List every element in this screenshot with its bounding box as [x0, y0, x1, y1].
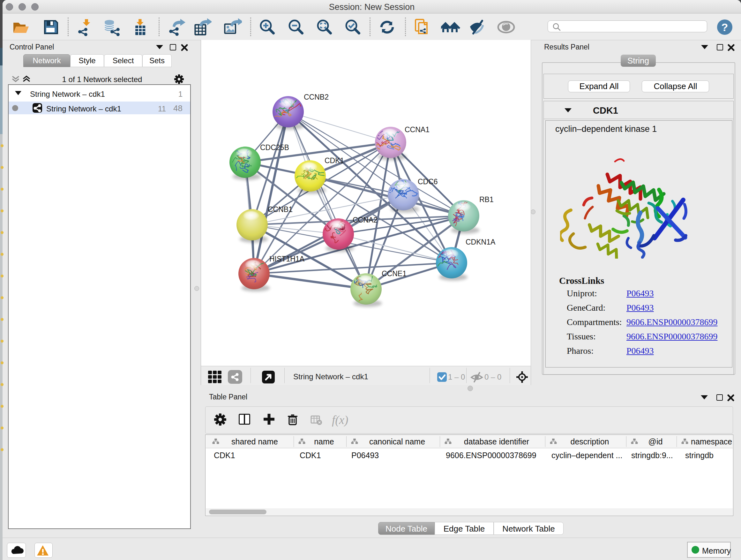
svg-text:CDC6: CDC6	[418, 178, 438, 186]
svg-text:CCNE1: CCNE1	[382, 269, 407, 278]
svg-text:CCNA1: CCNA1	[405, 125, 429, 134]
svg-text:CCNA2: CCNA2	[353, 216, 378, 224]
svg-text:HIST1H1A: HIST1H1A	[269, 255, 305, 263]
svg-text:CDKN1A: CDKN1A	[466, 238, 495, 246]
svg-text:CCNB1: CCNB1	[268, 205, 293, 213]
svg-text:CDC25B: CDC25B	[260, 143, 289, 152]
svg-text:RB1: RB1	[479, 195, 494, 204]
svg-text:CCNB2: CCNB2	[304, 93, 329, 101]
svg-text:CDK1: CDK1	[325, 157, 344, 165]
